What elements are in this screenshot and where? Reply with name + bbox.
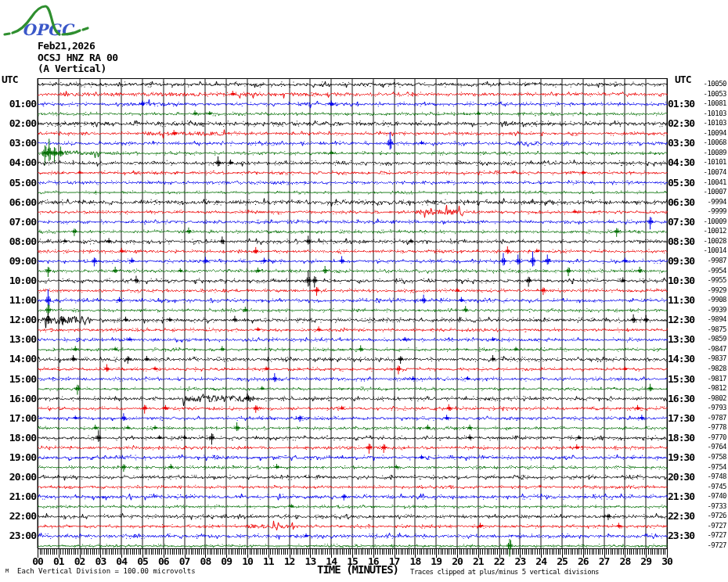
row-offset-value: -9778 (670, 423, 726, 431)
helicorder-page: OPGC Feb21,2026OCSJ HNZ RA 00(A Vertical… (0, 0, 728, 582)
minute-tick-label: 26 (571, 555, 595, 567)
row-offset-value: -9847 (670, 345, 726, 353)
row-start-time-label: 05:00 (0, 177, 36, 189)
row-start-time-label: 09:00 (0, 255, 36, 267)
row-offset-value: -10041 (670, 178, 726, 186)
row-start-time-label: 01:00 (0, 98, 36, 110)
row-offset-value: -9733 (670, 502, 726, 510)
minute-tick-label: 07 (173, 555, 196, 567)
row-offset-value: -10103 (670, 110, 726, 117)
minute-tick-label: 19 (424, 555, 448, 567)
row-offset-value: -9812 (670, 384, 726, 392)
row-offset-value: -9939 (670, 306, 726, 314)
row-offset-value: -9770 (670, 433, 726, 441)
row-offset-value: -10081 (670, 99, 726, 107)
minute-tick-label: 28 (613, 555, 636, 567)
row-offset-value: -10028 (670, 237, 726, 245)
row-offset-value: -10089 (670, 149, 726, 156)
minute-tick-label: 22 (488, 555, 511, 567)
row-offset-value: -9828 (670, 365, 726, 372)
minute-tick-label: 03 (88, 555, 112, 567)
row-offset-value: -9859 (670, 335, 726, 343)
row-offset-value: -10009 (670, 217, 726, 225)
header-date: Feb21,2026 (38, 41, 118, 52)
row-start-time-label: 19:00 (0, 451, 36, 463)
minute-tick-label: 21 (467, 555, 490, 567)
row-start-time-label: 18:00 (0, 432, 36, 444)
row-offset-value: -10012 (670, 227, 726, 235)
row-start-time-label: 10:00 (0, 275, 36, 286)
minute-tick-label: 29 (634, 555, 658, 567)
row-offset-value: -9994 (670, 198, 726, 206)
row-offset-value: -10103 (670, 119, 726, 127)
minute-tick-label: 20 (445, 555, 469, 567)
x-axis-title: TIME (MINUTES) (317, 563, 398, 576)
row-offset-value: -9875 (670, 325, 726, 333)
row-offset-value: -9764 (670, 443, 726, 451)
row-start-time-label: 06:00 (0, 196, 36, 208)
row-offset-value: -9727 (670, 531, 726, 539)
row-offset-value: -9758 (670, 453, 726, 461)
row-offset-value: -9793 (670, 404, 726, 411)
row-offset-value: -10074 (670, 168, 726, 176)
row-start-time-label: 02:00 (0, 117, 36, 129)
row-offset-value: -9727 (670, 541, 726, 549)
row-offset-value: -9787 (670, 414, 726, 422)
minute-tick-label: 10 (236, 555, 259, 567)
minute-tick-label: 05 (131, 555, 154, 567)
footer-clip-note: Traces clipped at plus/minus 5 vertical … (410, 568, 599, 576)
row-offset-value: -9754 (670, 463, 726, 471)
row-start-time-label: 11:00 (0, 294, 36, 306)
minute-tick-label: 30 (655, 555, 679, 567)
row-start-time-label: 07:00 (0, 216, 36, 228)
row-start-time-label: 13:00 (0, 333, 36, 345)
minute-tick-label: 11 (257, 555, 280, 567)
minute-tick-label: 08 (193, 555, 217, 567)
row-start-time-label: 14:00 (0, 353, 36, 365)
row-offset-value: -10101 (670, 158, 726, 166)
row-start-time-label: 22:00 (0, 510, 36, 522)
row-start-time-label: 20:00 (0, 471, 36, 483)
row-offset-value: -10014 (670, 246, 726, 254)
row-offset-value: -9955 (670, 276, 726, 284)
row-start-time-label: 21:00 (0, 490, 36, 502)
row-start-time-label: 23:00 (0, 530, 36, 541)
footer-vertical-division-note: Each Vertical Division = 100.00 microvol… (17, 567, 196, 575)
row-start-time-label: 17:00 (0, 412, 36, 424)
row-offset-value: -9999 (670, 207, 726, 215)
header-station: OCSJ HNZ RA 00 (38, 52, 118, 64)
row-offset-value: -9894 (670, 315, 726, 323)
footer-tiny-mark: M (5, 568, 9, 574)
row-offset-value: -10050 (670, 80, 726, 88)
row-offset-value: -9726 (670, 512, 726, 519)
minute-tick-label: 04 (110, 555, 133, 567)
row-offset-value: -9837 (670, 354, 726, 362)
opgc-logo-text: OPGC (22, 20, 75, 39)
row-start-time-label: 03:00 (0, 137, 36, 149)
row-offset-value: -10094 (670, 129, 726, 137)
row-offset-value: -10053 (670, 90, 726, 98)
row-offset-value: -10068 (670, 138, 726, 146)
row-offset-value: -9748 (670, 472, 726, 480)
row-offset-value: -9908 (670, 296, 726, 304)
opgc-logo: OPGC (2, 2, 92, 41)
row-start-time-label: 15:00 (0, 373, 36, 385)
minute-tick-label: 06 (152, 555, 175, 567)
row-offset-value: -10007 (670, 188, 726, 196)
row-start-time-label: 04:00 (0, 156, 36, 168)
seismogram-canvas (0, 0, 728, 582)
row-offset-value: -9740 (670, 492, 726, 500)
minute-tick-label: 25 (550, 555, 574, 567)
minute-tick-label: 00 (26, 555, 49, 567)
row-start-time-label: 16:00 (0, 393, 36, 404)
row-offset-value: -9954 (670, 267, 726, 275)
row-offset-value: -9987 (670, 257, 726, 264)
header-component: (A Vertical) (38, 63, 118, 75)
minute-tick-label: 09 (214, 555, 238, 567)
row-offset-value: -9745 (670, 483, 726, 490)
row-start-time-label: 08:00 (0, 235, 36, 247)
row-offset-value: -9727 (670, 522, 726, 530)
minute-tick-label: 02 (68, 555, 92, 567)
plot-header: Feb21,2026OCSJ HNZ RA 00(A Vertical) (38, 41, 118, 75)
minute-tick-label: 18 (403, 555, 427, 567)
